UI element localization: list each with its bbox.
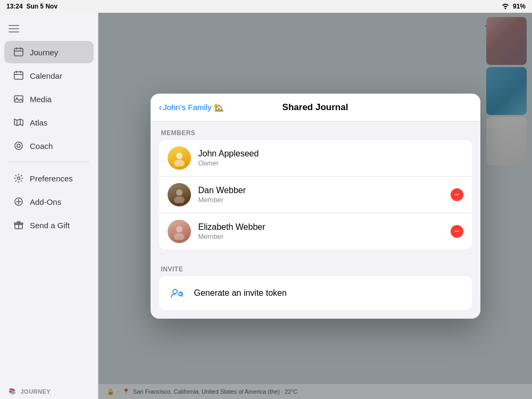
svg-point-17 <box>18 177 20 180</box>
svg-point-27 <box>176 189 182 196</box>
member-name-dan: Dan Webber <box>198 186 443 195</box>
status-right: 91% <box>501 3 526 11</box>
sidebar-item-media[interactable]: Media <box>4 88 94 110</box>
journey-icon <box>13 46 24 58</box>
member-row-john: John Appleseed Owner <box>159 140 472 177</box>
avatar-john <box>168 146 191 170</box>
modal-body: MEMBERS John Appleseed Owner <box>151 122 480 319</box>
svg-point-31 <box>173 289 177 294</box>
svg-rect-3 <box>14 48 23 56</box>
battery-indicator: 91% <box>513 3 526 10</box>
modal-title: Shared Journal <box>282 102 348 113</box>
members-list: John Appleseed Owner Dan Webber Mem <box>159 140 472 250</box>
app-container: Journey Calendar Media Atlas Coach <box>0 13 532 399</box>
remove-dan-button[interactable]: − <box>451 188 463 201</box>
member-role-john: Owner <box>198 159 463 167</box>
sidebar-top <box>0 17 98 40</box>
footer-icon: 📚 <box>9 388 16 395</box>
avatar-elizabeth <box>168 220 191 243</box>
sidebar-toggle-button[interactable] <box>6 21 21 36</box>
svg-point-15 <box>15 142 22 149</box>
sidebar: Journey Calendar Media Atlas Coach <box>0 13 98 399</box>
calendar-icon <box>13 70 24 81</box>
svg-rect-11 <box>14 96 23 102</box>
back-button[interactable]: ‹ John's Family 🏡 <box>159 103 224 112</box>
svg-rect-7 <box>14 72 23 79</box>
sidebar-item-preferences-label: Preferences <box>30 174 73 183</box>
sidebar-item-atlas-label: Atlas <box>30 118 47 127</box>
atlas-icon <box>13 117 24 128</box>
member-info-dan: Dan Webber Member <box>198 186 443 204</box>
wifi-icon <box>501 3 510 11</box>
gift-icon <box>13 219 24 231</box>
sidebar-item-journey-label: Journey <box>30 48 58 57</box>
svg-point-30 <box>174 233 185 240</box>
sidebar-item-sendgift-label: Send a Gift <box>30 221 70 230</box>
svg-line-36 <box>181 295 182 296</box>
modal-header: ‹ John's Family 🏡 Shared Journal <box>151 94 480 122</box>
shared-journal-modal: ‹ John's Family 🏡 Shared Journal MEMBERS <box>151 94 480 319</box>
svg-point-16 <box>17 144 20 147</box>
sidebar-item-coach[interactable]: Coach <box>4 135 94 157</box>
members-section-header: MEMBERS <box>151 122 480 140</box>
main-content: 🔒 · 📍 San Francisco, California, United … <box>98 13 532 399</box>
invite-list: Generate an invite token <box>159 276 472 310</box>
coach-icon <box>13 140 24 152</box>
svg-rect-0 <box>9 25 19 26</box>
invite-label: Generate an invite token <box>194 288 287 298</box>
member-role-dan: Member <box>198 196 443 204</box>
footer-label: JOURNEY <box>21 388 51 395</box>
svg-line-35 <box>181 292 182 293</box>
status-bar: 13:24 Sun 5 Nov 91% <box>0 0 532 13</box>
back-label: John's Family 🏡 <box>163 103 223 112</box>
member-row-dan: Dan Webber Member − <box>159 177 472 213</box>
member-name-john: John Appleseed <box>198 149 463 159</box>
addons-icon <box>13 196 24 207</box>
svg-point-28 <box>174 196 185 203</box>
sidebar-item-coach-label: Coach <box>30 142 53 151</box>
sidebar-item-addons[interactable]: Add-Ons <box>4 190 94 213</box>
sidebar-divider <box>9 162 89 162</box>
avatar-dan <box>168 183 191 206</box>
member-info-elizabeth: Elizabeth Webber Member <box>198 222 443 240</box>
sidebar-item-sendgift[interactable]: Send a Gift <box>4 214 94 236</box>
status-time: 13:24 Sun 5 Nov <box>6 3 57 10</box>
modal-overlay: ‹ John's Family 🏡 Shared Journal MEMBERS <box>98 13 532 399</box>
member-row-elizabeth: Elizabeth Webber Member − <box>159 213 472 250</box>
remove-elizabeth-button[interactable]: − <box>451 225 463 238</box>
sidebar-item-calendar-label: Calendar <box>30 71 62 80</box>
member-info-john: John Appleseed Owner <box>198 149 463 167</box>
generate-invite-button[interactable]: Generate an invite token <box>159 276 472 310</box>
invite-token-icon <box>168 284 187 303</box>
media-icon <box>13 93 24 105</box>
svg-point-26 <box>174 160 185 167</box>
svg-rect-2 <box>9 31 19 32</box>
sidebar-item-atlas[interactable]: Atlas <box>4 111 94 134</box>
sidebar-item-addons-label: Add-Ons <box>30 197 61 206</box>
sidebar-item-journey[interactable]: Journey <box>4 41 94 63</box>
svg-point-25 <box>176 153 182 159</box>
member-name-elizabeth: Elizabeth Webber <box>198 222 443 232</box>
sidebar-footer: 📚 JOURNEY <box>0 384 98 399</box>
sidebar-item-calendar[interactable]: Calendar <box>4 64 94 87</box>
back-chevron-icon: ‹ <box>159 103 162 112</box>
invite-section-header: INVITE <box>151 258 480 276</box>
svg-point-29 <box>176 226 182 232</box>
sidebar-item-media-label: Media <box>30 95 52 104</box>
preferences-icon <box>13 172 24 184</box>
member-role-elizabeth: Member <box>198 232 443 240</box>
sidebar-item-preferences[interactable]: Preferences <box>4 167 94 189</box>
svg-rect-1 <box>9 28 19 29</box>
